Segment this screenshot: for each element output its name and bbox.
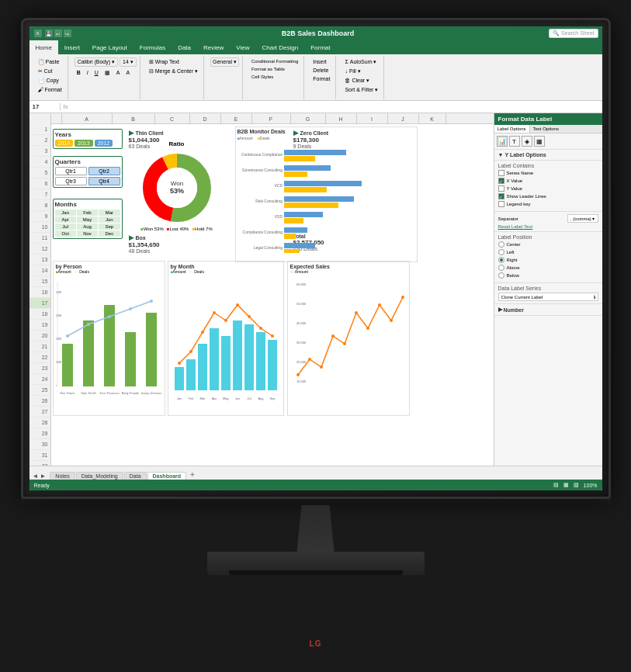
redo-icon[interactable]: ↪ <box>64 29 71 37</box>
qtr3-button[interactable]: Qtr3 <box>55 177 87 185</box>
tab-format[interactable]: Format <box>304 40 336 54</box>
year-2013-button[interactable]: 2013 <box>75 140 93 147</box>
qtr2-button[interactable]: Qtr2 <box>88 167 120 175</box>
svg-point-86 <box>378 303 381 307</box>
undo-icon[interactable]: ↩ <box>54 29 62 37</box>
view-page-break-icon[interactable]: ▧ <box>574 482 579 488</box>
month-feb[interactable]: Feb <box>77 210 98 216</box>
cell-reference[interactable]: 17 <box>29 103 61 110</box>
tab-chart-design[interactable]: Chart Design <box>255 40 304 54</box>
center-radio[interactable] <box>498 241 504 248</box>
tab-data[interactable]: Data <box>172 40 197 54</box>
excel-container: X 💾 ↩ ↪ B2B Sales Dashboard ─ □ × <box>29 26 602 490</box>
tab-home[interactable]: Home <box>29 40 58 54</box>
view-layout-icon[interactable]: ▦ <box>563 482 569 488</box>
month-jan[interactable]: Jan <box>55 210 76 216</box>
text-options-tab[interactable]: Text Options <box>530 125 562 133</box>
copy-button[interactable]: 📄 Copy <box>36 76 64 85</box>
save-icon[interactable]: 💾 <box>45 29 53 37</box>
select-all-corner[interactable] <box>51 113 62 124</box>
sheet-nav-left[interactable]: ◄ <box>33 473 39 480</box>
sheet-tab-data[interactable]: Data <box>124 472 147 480</box>
tab-view[interactable]: View <box>230 40 255 54</box>
conditional-formatting-button[interactable]: Conditional Formatting <box>249 57 300 65</box>
number-format-selector[interactable]: General ▾ <box>210 57 239 67</box>
number-toggle[interactable]: ▶ Number <box>498 307 598 313</box>
sheet-tab-data-modeling[interactable]: Data_Modeling <box>76 472 123 480</box>
sheet-tab-notes[interactable]: Notes <box>50 472 75 480</box>
cell-styles-button[interactable]: Cell Styles <box>249 73 300 81</box>
tab-formulas[interactable]: Formulas <box>133 40 172 54</box>
tab-review[interactable]: Review <box>197 40 230 54</box>
text-icon-btn[interactable]: T <box>509 136 520 147</box>
wrap-text-button[interactable]: ⊞ Wrap Text <box>147 57 200 67</box>
x-value-checkbox[interactable]: ✓ <box>498 178 504 184</box>
format-painter-button[interactable]: 🖌 Format <box>36 85 64 94</box>
size-icon-btn[interactable]: ▦ <box>534 136 545 147</box>
merge-center-button[interactable]: ⊟ Merge & Center ▾ <box>147 67 200 76</box>
clone-label-button[interactable]: Clone Current Label ℹ <box>498 293 598 301</box>
month-apr[interactable]: Apr <box>55 216 76 223</box>
add-sheet-button[interactable]: + <box>187 469 198 480</box>
search-bar[interactable]: 🔍 Search Sheet <box>549 29 598 38</box>
label-options-tab[interactable]: Label Options <box>494 125 530 133</box>
font-color-button[interactable]: A <box>123 68 132 78</box>
underline-button[interactable]: U <box>92 68 101 78</box>
y-label-toggle[interactable]: ▼ Y Label Options <box>498 152 598 158</box>
row-2: 2 <box>29 135 50 146</box>
show-leader-lines-checkbox[interactable]: ✓ <box>498 193 504 199</box>
title-bar: X 💾 ↩ ↪ B2B Sales Dashboard ─ □ × <box>29 26 602 40</box>
svg-rect-48 <box>175 367 184 390</box>
format-button[interactable]: Format <box>310 74 332 83</box>
delete-button[interactable]: Delete <box>310 66 332 74</box>
view-normal-icon[interactable]: ▤ <box>553 482 559 488</box>
month-dec[interactable]: Dec <box>99 230 120 237</box>
col-b: B <box>113 113 155 124</box>
fill-button[interactable]: ↓ Fill ▾ <box>342 67 380 76</box>
reset-label-text-button[interactable]: Reset Label Text <box>498 224 598 229</box>
row-12: 12 <box>29 244 50 255</box>
font-selector[interactable]: Calibri (Body) ▾ <box>75 57 118 67</box>
right-radio[interactable] <box>498 257 504 263</box>
fill-color-button[interactable]: A <box>114 68 123 78</box>
year-2012-button[interactable]: 2012 <box>95 140 113 147</box>
month-aug[interactable]: Aug <box>77 223 98 230</box>
sort-filter-button[interactable]: Sort & Filter ▾ <box>342 85 380 95</box>
by-month-svg: Jan Feb Mar Apr May Jun Jul Aug Sep <box>171 274 281 402</box>
paste-button[interactable]: 📋 Paste <box>36 57 64 67</box>
left-radio[interactable] <box>498 249 504 255</box>
sheet-tab-dashboard[interactable]: Dashboard <box>147 472 187 480</box>
row-30: 30 <box>29 439 50 450</box>
tab-page-layout[interactable]: Page Layout <box>86 40 133 54</box>
y-value-checkbox[interactable] <box>498 185 504 192</box>
effects-icon-btn[interactable]: ◈ <box>522 136 532 147</box>
format-as-table-button[interactable]: Format as Table <box>249 65 300 73</box>
border-button[interactable]: ▦ <box>102 68 113 78</box>
chart-icon-btn[interactable]: 📊 <box>497 136 508 147</box>
font-size-selector[interactable]: 14 ▾ <box>120 57 137 67</box>
sheet-nav-right[interactable]: ► <box>40 473 46 480</box>
qtr1-button[interactable]: Qtr1 <box>55 167 87 175</box>
clear-button[interactable]: 🗑 Clear ▾ <box>342 76 380 85</box>
month-sep[interactable]: Sep <box>99 223 120 230</box>
above-radio[interactable] <box>498 265 504 271</box>
legend-key-checkbox[interactable] <box>498 201 504 207</box>
month-nov[interactable]: Nov <box>77 230 98 237</box>
autosum-button[interactable]: Σ AutoSum ▾ <box>342 57 380 67</box>
month-may[interactable]: May <box>77 216 98 223</box>
separator-dropdown[interactable]: , (comma) ▾ <box>567 214 598 223</box>
qtr4-button[interactable]: Qtr4 <box>88 177 120 185</box>
year-2014-button[interactable]: 2014 <box>55 140 74 147</box>
month-oct[interactable]: Oct <box>55 230 76 237</box>
svg-rect-36 <box>146 313 157 386</box>
bold-button[interactable]: B <box>75 68 83 78</box>
italic-button[interactable]: I <box>85 68 91 78</box>
cut-button[interactable]: ✂ Cut <box>36 67 64 76</box>
series-name-checkbox[interactable] <box>498 170 504 176</box>
insert-button[interactable]: Insert <box>310 57 332 66</box>
tab-insert[interactable]: Insert <box>58 40 86 54</box>
month-jun[interactable]: Jun <box>99 216 120 223</box>
month-jul[interactable]: Jul <box>55 223 76 230</box>
month-mar[interactable]: Mar <box>99 210 120 216</box>
below-radio[interactable] <box>498 272 504 279</box>
